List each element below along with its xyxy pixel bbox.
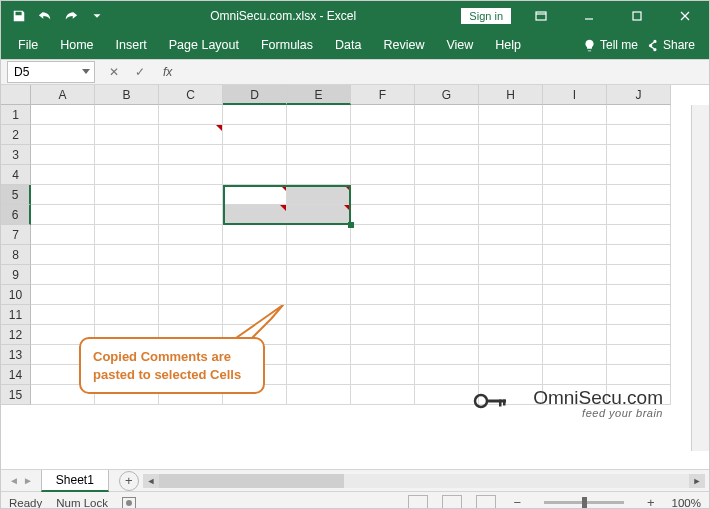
undo-icon[interactable]	[37, 8, 53, 24]
cell-D7[interactable]	[223, 225, 287, 245]
cell-H13[interactable]	[479, 345, 543, 365]
cell-J9[interactable]	[607, 265, 671, 285]
row-header-5[interactable]: 5	[1, 185, 31, 205]
row-header-4[interactable]: 4	[1, 165, 31, 185]
tab-formulas[interactable]: Formulas	[250, 31, 324, 59]
cell-B1[interactable]	[95, 105, 159, 125]
cell-H7[interactable]	[479, 225, 543, 245]
row-header-14[interactable]: 14	[1, 365, 31, 385]
cell-H5[interactable]	[479, 185, 543, 205]
cell-F8[interactable]	[351, 245, 415, 265]
tab-review[interactable]: Review	[372, 31, 435, 59]
cell-C8[interactable]	[159, 245, 223, 265]
cell-E1[interactable]	[287, 105, 351, 125]
cell-B3[interactable]	[95, 145, 159, 165]
cell-I9[interactable]	[543, 265, 607, 285]
fx-icon[interactable]: fx	[163, 65, 172, 79]
save-icon[interactable]	[11, 8, 27, 24]
cell-A10[interactable]	[31, 285, 95, 305]
row-header-7[interactable]: 7	[1, 225, 31, 245]
cell-J6[interactable]	[607, 205, 671, 225]
tab-data[interactable]: Data	[324, 31, 372, 59]
col-header-B[interactable]: B	[95, 85, 159, 105]
col-header-A[interactable]: A	[31, 85, 95, 105]
cell-C3[interactable]	[159, 145, 223, 165]
cell-I6[interactable]	[543, 205, 607, 225]
cancel-formula-icon[interactable]: ✕	[105, 65, 123, 80]
sheet-tab-sheet1[interactable]: Sheet1	[41, 470, 109, 492]
cell-C10[interactable]	[159, 285, 223, 305]
cell-B2[interactable]	[95, 125, 159, 145]
enter-formula-icon[interactable]: ✓	[131, 65, 149, 80]
view-page-layout-button[interactable]	[442, 495, 462, 510]
cell-I13[interactable]	[543, 345, 607, 365]
cell-A2[interactable]	[31, 125, 95, 145]
cell-J2[interactable]	[607, 125, 671, 145]
cell-H6[interactable]	[479, 205, 543, 225]
scroll-right-icon[interactable]: ►	[689, 474, 705, 488]
view-page-break-button[interactable]	[476, 495, 496, 510]
cell-G9[interactable]	[415, 265, 479, 285]
tellme-button[interactable]: Tell me	[583, 38, 638, 52]
view-normal-button[interactable]	[408, 495, 428, 510]
qat-customize-icon[interactable]	[89, 8, 105, 24]
cell-J1[interactable]	[607, 105, 671, 125]
cell-G2[interactable]	[415, 125, 479, 145]
row-header-11[interactable]: 11	[1, 305, 31, 325]
cell-C7[interactable]	[159, 225, 223, 245]
cell-B11[interactable]	[95, 305, 159, 325]
cell-H11[interactable]	[479, 305, 543, 325]
cell-E15[interactable]	[287, 385, 351, 405]
row-header-15[interactable]: 15	[1, 385, 31, 405]
minimize-button[interactable]	[571, 1, 607, 31]
row-header-6[interactable]: 6	[1, 205, 31, 225]
cell-A5[interactable]	[31, 185, 95, 205]
cell-E11[interactable]	[287, 305, 351, 325]
cell-F5[interactable]	[351, 185, 415, 205]
cell-A7[interactable]	[31, 225, 95, 245]
tab-help[interactable]: Help	[484, 31, 532, 59]
cell-B4[interactable]	[95, 165, 159, 185]
cell-C9[interactable]	[159, 265, 223, 285]
row-header-13[interactable]: 13	[1, 345, 31, 365]
tab-insert[interactable]: Insert	[105, 31, 158, 59]
col-header-G[interactable]: G	[415, 85, 479, 105]
cell-F7[interactable]	[351, 225, 415, 245]
cell-I12[interactable]	[543, 325, 607, 345]
cell-G4[interactable]	[415, 165, 479, 185]
signin-button[interactable]: Sign in	[461, 8, 511, 24]
cell-B9[interactable]	[95, 265, 159, 285]
cell-H14[interactable]	[479, 365, 543, 385]
cell-F6[interactable]	[351, 205, 415, 225]
cell-J8[interactable]	[607, 245, 671, 265]
cell-A3[interactable]	[31, 145, 95, 165]
cell-H12[interactable]	[479, 325, 543, 345]
cell-J12[interactable]	[607, 325, 671, 345]
cell-G7[interactable]	[415, 225, 479, 245]
cell-I14[interactable]	[543, 365, 607, 385]
row-header-8[interactable]: 8	[1, 245, 31, 265]
cell-F4[interactable]	[351, 165, 415, 185]
cell-F12[interactable]	[351, 325, 415, 345]
cell-C1[interactable]	[159, 105, 223, 125]
cell-D1[interactable]	[223, 105, 287, 125]
cell-G15[interactable]	[415, 385, 479, 405]
cell-G13[interactable]	[415, 345, 479, 365]
tab-home[interactable]: Home	[49, 31, 104, 59]
cell-J10[interactable]	[607, 285, 671, 305]
row-header-10[interactable]: 10	[1, 285, 31, 305]
cell-E14[interactable]	[287, 365, 351, 385]
cell-H9[interactable]	[479, 265, 543, 285]
cell-H10[interactable]	[479, 285, 543, 305]
row-header-3[interactable]: 3	[1, 145, 31, 165]
cell-I3[interactable]	[543, 145, 607, 165]
cell-F2[interactable]	[351, 125, 415, 145]
close-button[interactable]	[667, 1, 703, 31]
redo-icon[interactable]	[63, 8, 79, 24]
cell-E9[interactable]	[287, 265, 351, 285]
cell-G6[interactable]	[415, 205, 479, 225]
cell-E12[interactable]	[287, 325, 351, 345]
ribbon-display-options-icon[interactable]	[523, 1, 559, 31]
cell-E6[interactable]	[287, 205, 351, 225]
zoom-out-button[interactable]: −	[510, 495, 524, 509]
